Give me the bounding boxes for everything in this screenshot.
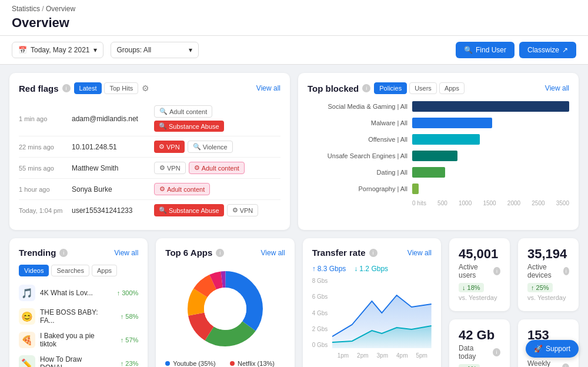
gear-icon: ⚙: [232, 206, 238, 214]
trending-title: Trending: [19, 248, 56, 258]
trending-info-icon[interactable]: i: [59, 249, 68, 257]
active-devices-number: 35,194: [527, 246, 569, 262]
tag-vpn[interactable]: ⚙ VPN: [154, 141, 185, 153]
table-row: 55 mins ago Matthew Smith ⚙ VPN ⚙ Adult …: [19, 158, 280, 179]
top-apps-view-all[interactable]: View all: [261, 249, 285, 257]
transfer-rate-title: Transfer rate: [312, 248, 366, 258]
data-today-change: ↑ 1%: [459, 364, 480, 368]
rocket-icon: 🚀: [534, 345, 543, 353]
time-axis: 1pm 2pm 3pm 4pm 5pm: [312, 352, 432, 359]
table-row: 1 min ago adam@midlandis.net 🔍 Adult con…: [19, 101, 280, 136]
top-apps-title: Top 6 Apps: [165, 248, 212, 258]
weekly-data-info-icon[interactable]: i: [562, 363, 569, 368]
transfer-rate-view-all[interactable]: View all: [407, 249, 432, 257]
top-blocked-info-icon[interactable]: i: [362, 84, 370, 92]
trending-card: Trending i View all Videos Searches Apps…: [9, 238, 148, 367]
list-item: 🍕 I Baked you a pie tiktok ↑ 57%: [19, 329, 138, 351]
trending-header: Trending i View all: [19, 248, 138, 258]
groups-label: Groups: All: [117, 46, 152, 54]
tab-policies[interactable]: Policies: [374, 82, 407, 94]
tab-users[interactable]: Users: [409, 82, 437, 94]
tag-substance-abuse[interactable]: 🔍 Substance Abuse: [154, 121, 224, 132]
chevron-down-icon: ▾: [189, 46, 192, 54]
date-picker[interactable]: 📅 Today, May 2 2021 ▾: [12, 42, 103, 58]
search-icon: 🔍: [193, 143, 201, 151]
tab-latest[interactable]: Latest: [74, 82, 102, 94]
red-flags-info-icon[interactable]: i: [62, 84, 71, 92]
transfer-rate-card: Transfer rate i View all ↑ 8.3 Gbps ↓ 1.…: [303, 238, 441, 367]
chevron-down-icon: ▾: [93, 46, 97, 54]
data-today-card: 42 Gb Data today i ↑ 1% vs. Yesterday: [449, 319, 510, 368]
gear-icon: ⚙: [159, 164, 165, 172]
top-blocked-view-all[interactable]: View all: [545, 84, 569, 92]
groups-picker[interactable]: Groups: All ▾: [111, 42, 199, 58]
tag-vpn[interactable]: ⚙ VPN: [154, 162, 186, 174]
top-apps-info-icon[interactable]: i: [216, 249, 224, 257]
active-users-vs: vs. Yesterday: [459, 294, 500, 301]
breadcrumb: Statistics / Overview: [12, 5, 576, 13]
top-blocked-header: Top blocked i Policies Users Apps View a…: [308, 82, 569, 94]
download-icon: ↓: [354, 265, 358, 273]
tab-top-hits[interactable]: Top Hits: [104, 82, 138, 94]
main-content: Red flags i Latest Top Hits ⚙ View all 1…: [0, 65, 588, 367]
trending-tabs: Videos Searches Apps: [19, 265, 138, 276]
settings-icon[interactable]: ⚙: [142, 84, 149, 93]
data-today-info-icon[interactable]: i: [493, 348, 500, 356]
top-blocked-title: Top blocked: [308, 84, 359, 94]
red-flags-card: Red flags i Latest Top Hits ⚙ View all 1…: [9, 73, 290, 230]
active-devices-info-icon[interactable]: i: [563, 267, 569, 275]
donut-chart: [181, 265, 269, 353]
chart-row: Pornography | All: [308, 184, 569, 194]
red-flags-header: Red flags i Latest Top Hits ⚙ View all: [19, 82, 280, 94]
transfer-stats: ↑ 8.3 Gbps ↓ 1.2 Gbps: [312, 265, 432, 273]
upload-value: 8.3 Gbps: [318, 265, 346, 273]
apps-content: Youtube (35%) Netflix (13%) Google (24%)…: [165, 265, 285, 367]
classwize-button[interactable]: Classwize ↗: [519, 42, 576, 58]
transfer-rate-info-icon[interactable]: i: [369, 249, 377, 257]
active-devices-vs: vs. Yesterday: [527, 294, 569, 301]
transfer-rate-header: Transfer rate i View all: [312, 248, 432, 258]
list-item: 😊 THE BOSS BABY: FA... ↑ 58%: [19, 306, 138, 327]
table-row: 1 hour ago Sonya Burke ⚙ Adult content: [19, 179, 280, 200]
tag-vpn[interactable]: ⚙ VPN: [227, 204, 259, 216]
tab-videos[interactable]: Videos: [19, 265, 49, 276]
transfer-chart-area: 8 Gbs 6 Gbs 4 Gbs 2 Gbs 0 Gbs: [312, 278, 432, 350]
table-row: 22 mins ago 10.101.248.51 ⚙ VPN 🔍 Violen…: [19, 136, 280, 158]
svg-point-7: [204, 288, 246, 330]
tag-substance-abuse[interactable]: 🔍 Substance Abuse: [154, 204, 224, 216]
tag-adult-content[interactable]: 🔍 Adult content: [154, 105, 212, 118]
chart-row: Malware | All: [308, 118, 569, 128]
tag-adult-content[interactable]: ⚙ Adult content: [154, 183, 210, 195]
search-icon: 🔍: [159, 206, 167, 214]
active-devices-card: 35,194 Active devices i ↑ 25% vs. Yester…: [518, 238, 579, 311]
find-user-button[interactable]: 🔍 Find User: [456, 42, 514, 58]
upload-icon: ↑: [312, 265, 316, 273]
date-label: Today, May 2 2021: [31, 46, 90, 54]
apps-legend: Youtube (35%) Netflix (13%) Google (24%)…: [165, 360, 285, 367]
tag-violence[interactable]: 🔍 Violence: [188, 141, 233, 153]
chart-row: Dating | All: [308, 167, 569, 178]
toolbar: 📅 Today, May 2 2021 ▾ Groups: All ▾ 🔍 Fi…: [0, 36, 588, 65]
top-apps-header: Top 6 Apps i View all: [165, 248, 285, 258]
top-apps-card: Top 6 Apps i View all: [156, 238, 294, 367]
gear-icon: ⚙: [194, 164, 200, 172]
tab-apps[interactable]: Apps: [92, 265, 117, 276]
data-today-number: 42 Gb: [459, 328, 500, 343]
tab-searches[interactable]: Searches: [51, 265, 89, 276]
table-row: Today, 1:04 pm user155341241233 🔍 Substa…: [19, 200, 280, 221]
search-icon: 🔍: [159, 122, 167, 130]
red-flags-table: 1 min ago adam@midlandis.net 🔍 Adult con…: [19, 101, 280, 221]
data-today-label: Data today i: [459, 344, 500, 361]
red-flags-view-all[interactable]: View all: [256, 84, 280, 92]
top-blocked-chart: Social Media & Gaming | All Malware | Al…: [308, 101, 569, 206]
legend-item: Youtube (35%): [165, 360, 220, 367]
support-button[interactable]: 🚀 Support: [526, 340, 579, 358]
active-users-info-icon[interactable]: i: [493, 267, 500, 275]
active-users-number: 45,001: [459, 246, 500, 262]
toolbar-actions: 🔍 Find User Classwize ↗: [456, 42, 576, 58]
tag-adult-content[interactable]: ⚙ Adult content: [189, 162, 245, 174]
trending-view-all[interactable]: View all: [114, 249, 138, 257]
tab-apps[interactable]: Apps: [439, 82, 465, 94]
weekly-data-label: Weekly data i: [527, 359, 569, 368]
search-icon: 🔍: [159, 108, 168, 115]
